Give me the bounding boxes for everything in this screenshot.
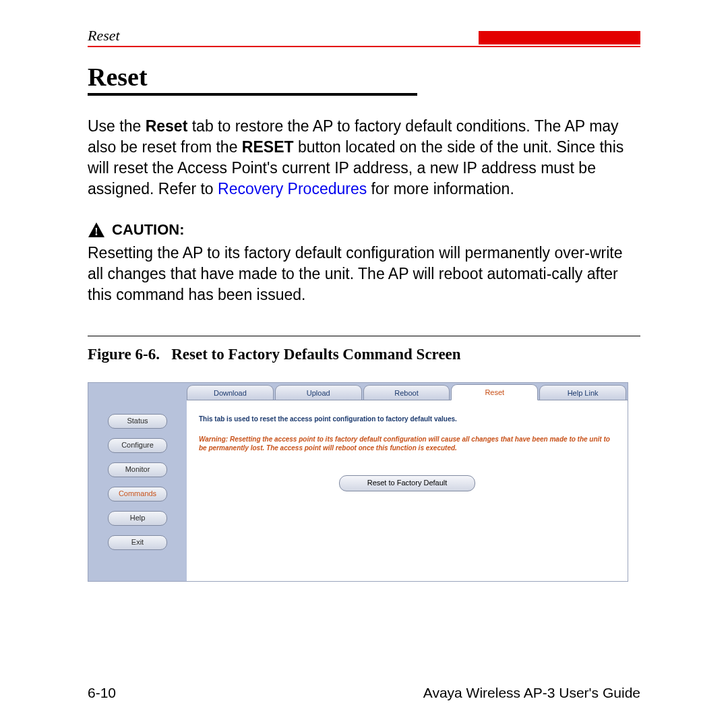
caution-label: CAUTION: (112, 221, 185, 239)
screenshot-info-text: This tab is used to reset the access poi… (199, 415, 615, 423)
screenshot-content: This tab is used to reset the access poi… (187, 400, 628, 581)
text-bold: Reset (146, 117, 188, 135)
svg-text:!: ! (94, 226, 98, 237)
figure-number: Figure 6-6. (88, 346, 160, 363)
sidebar-btn-configure[interactable]: Configure (108, 438, 167, 453)
figure-title: Reset to Factory Defaults Command Screen (171, 346, 460, 363)
figure-rule (88, 336, 640, 336)
figure-caption: Figure 6-6. Reset to Factory Defaults Co… (88, 346, 640, 363)
tab-reset[interactable]: Reset (451, 384, 538, 400)
tab-upload[interactable]: Upload (275, 385, 362, 400)
running-header: Reset (88, 27, 479, 44)
embedded-screenshot: Status Configure Monitor Commands Help E… (88, 382, 628, 582)
screenshot-main: Download Upload Reboot Reset Help Link T… (187, 383, 628, 581)
sidebar-btn-status[interactable]: Status (108, 414, 167, 429)
section-heading: Reset (88, 62, 417, 96)
caution-body: Resetting the AP to its factory default … (88, 243, 640, 305)
text: Use the (88, 117, 146, 135)
text: for more information. (367, 180, 514, 198)
page-number: 6-10 (88, 685, 116, 701)
text-bold: RESET (242, 138, 294, 156)
document-title: Avaya Wireless AP-3 User's Guide (423, 685, 640, 701)
screenshot-warning-text: Warning: Resetting the access point to i… (199, 435, 615, 452)
page-footer: 6-10 Avaya Wireless AP-3 User's Guide (88, 685, 640, 701)
reset-to-factory-default-button[interactable]: Reset to Factory Default (339, 475, 475, 491)
recovery-procedures-link[interactable]: Recovery Procedures (218, 180, 367, 198)
screenshot-tabs: Download Upload Reboot Reset Help Link (187, 383, 628, 400)
intro-paragraph: Use the Reset tab to restore the AP to f… (88, 116, 640, 200)
header-accent-bar (479, 31, 640, 44)
caution-icon: ! (88, 222, 105, 238)
tab-help-link[interactable]: Help Link (539, 385, 626, 400)
screenshot-sidebar: Status Configure Monitor Commands Help E… (88, 383, 187, 581)
sidebar-btn-exit[interactable]: Exit (108, 535, 167, 550)
sidebar-btn-monitor[interactable]: Monitor (108, 462, 167, 477)
tab-download[interactable]: Download (187, 385, 274, 400)
sidebar-btn-help[interactable]: Help (108, 511, 167, 526)
tab-reboot[interactable]: Reboot (363, 385, 450, 400)
sidebar-btn-commands[interactable]: Commands (108, 487, 167, 502)
